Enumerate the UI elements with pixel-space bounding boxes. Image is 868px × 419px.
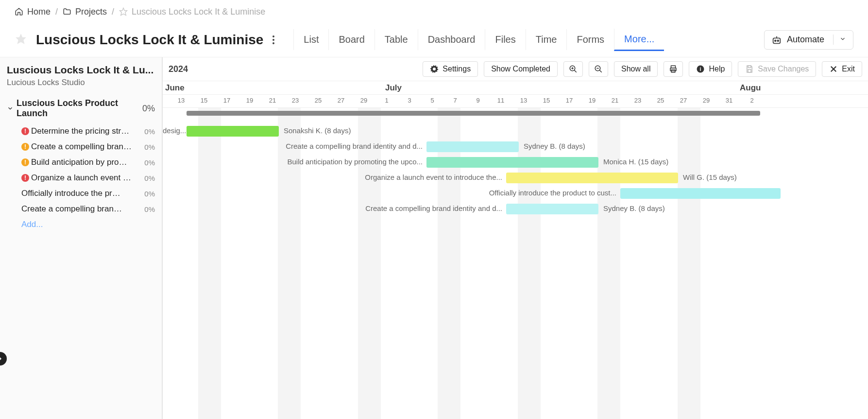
- task-sidebar: Luscious Locks Lock It & Lu... Lucious L…: [0, 57, 163, 419]
- weekend-column: [358, 108, 381, 419]
- gantt-year: 2024: [169, 64, 188, 74]
- task-pct: 0%: [144, 127, 155, 136]
- show-completed-label: Show Completed: [491, 65, 550, 73]
- gantt-task-bar[interactable]: [620, 188, 781, 199]
- gantt-day-label: 25: [315, 97, 322, 104]
- zoom-out-button[interactable]: [589, 61, 608, 77]
- gantt-day-label: 23: [292, 97, 299, 104]
- task-row[interactable]: Officially introduce the product...0%: [7, 186, 155, 201]
- task-label: Determine the pricing strate...: [31, 126, 133, 136]
- gantt-task-bar[interactable]: [426, 157, 598, 168]
- gantt-month-label: June: [165, 83, 185, 93]
- gantt-task-bar[interactable]: [506, 204, 598, 214]
- robot-icon: [771, 35, 782, 45]
- gantt-bar-left-label: Officially introduce the product to cust…: [163, 189, 616, 197]
- gantt-days-row: 1315171921232527291357911131517192123252…: [163, 95, 868, 108]
- save-icon: [745, 65, 754, 73]
- gantt-day-label: 13: [178, 97, 185, 104]
- favorite-star[interactable]: [15, 33, 27, 47]
- gantt-day-label: 15: [201, 97, 207, 104]
- gantt-bar-right-label: Sydney B. (8 days): [603, 204, 665, 212]
- breadcrumb-current: Luscious Locks Lock It & Luminise: [119, 7, 265, 17]
- breadcrumb-home-label: Home: [27, 7, 51, 17]
- gantt-day-label: 1: [385, 97, 388, 104]
- task-row[interactable]: Create a compelling brand iden...0%: [7, 201, 155, 217]
- settings-label: Settings: [443, 65, 471, 73]
- task-row[interactable]: !Create a compelling brand id...0%: [7, 139, 155, 155]
- svg-point-3: [272, 39, 274, 41]
- zoom-in-icon: [569, 65, 578, 73]
- priority-badge: !: [21, 174, 29, 182]
- breadcrumb: Home / Projects / Luscious Locks Lock It…: [0, 0, 868, 23]
- gantt-group-bar[interactable]: [187, 111, 760, 116]
- chevron-right-icon: [0, 355, 3, 362]
- gantt-bar-left-label: Create a compelling brand identity and d…: [163, 204, 502, 212]
- gantt-day-label: 19: [589, 97, 596, 104]
- svg-line-9: [574, 70, 577, 72]
- weekend-column: [518, 108, 541, 419]
- breadcrumb-projects[interactable]: Projects: [63, 7, 107, 17]
- tab-table[interactable]: Table: [374, 29, 418, 50]
- gantt-day-label: 15: [543, 97, 550, 104]
- tab-forms[interactable]: Forms: [566, 29, 614, 50]
- chevron-down-icon: [7, 105, 14, 112]
- task-group-pct: 0%: [142, 104, 155, 114]
- gantt-task-bar[interactable]: [426, 141, 519, 152]
- gantt-bar-right-label: Monica H. (15 days): [603, 157, 668, 166]
- task-group-row[interactable]: Luscious Locks Product Launch 0%: [7, 98, 155, 119]
- tab-files[interactable]: Files: [485, 29, 525, 50]
- gantt-body[interactable]: desig...Sonakshi K. (8 days)Create a com…: [163, 108, 868, 419]
- tab-more[interactable]: More...: [614, 29, 664, 51]
- automate-button[interactable]: Automate: [764, 30, 853, 50]
- gantt-day-label: 17: [223, 97, 230, 104]
- zoom-in-button[interactable]: [563, 61, 583, 77]
- help-button[interactable]: i Help: [689, 61, 732, 77]
- svg-point-2: [272, 35, 274, 37]
- show-all-label: Show all: [621, 65, 650, 73]
- print-icon: [669, 65, 678, 73]
- tab-board[interactable]: Board: [328, 29, 374, 50]
- gantt-bar-left-label: Create a compelling brand identity and d…: [163, 142, 423, 150]
- gantt-bar-right-label: Sonakshi K. (8 days): [284, 126, 351, 135]
- task-pct: 0%: [144, 174, 155, 182]
- page-title: Luscious Locks Lock It & Luminise: [36, 32, 263, 48]
- add-task-button[interactable]: Add...: [7, 217, 155, 232]
- settings-button[interactable]: Settings: [423, 61, 478, 77]
- chevron-down-icon: [839, 35, 846, 42]
- gantt-day-label: 27: [680, 97, 687, 104]
- breadcrumb-home[interactable]: Home: [15, 7, 51, 17]
- weekend-column: [597, 108, 620, 419]
- automate-dropdown[interactable]: [833, 35, 846, 45]
- project-menu-button[interactable]: [268, 33, 279, 47]
- task-row[interactable]: !Build anticipation by promoti...0%: [7, 155, 155, 170]
- gantt-day-label: 11: [497, 97, 504, 104]
- breadcrumb-sep: /: [112, 7, 114, 17]
- gantt-day-label: 23: [634, 97, 641, 104]
- breadcrumb-current-label: Luscious Locks Lock It & Luminise: [132, 7, 265, 17]
- exit-button[interactable]: Exit: [822, 61, 862, 77]
- exit-label: Exit: [842, 65, 855, 73]
- show-all-button[interactable]: Show all: [614, 61, 658, 77]
- weekend-column: [278, 108, 301, 419]
- svg-marker-1: [16, 34, 26, 44]
- main-content: Luscious Locks Lock It & Lu... Lucious L…: [0, 57, 868, 419]
- gantt-toolbar: 2024 Settings Show Completed Show all i: [163, 57, 868, 81]
- gantt-bar-left-label: Build anticipation by promoting the upco…: [163, 157, 423, 166]
- task-row[interactable]: !Organize a launch event to i...0%: [7, 170, 155, 186]
- gantt-day-label: 25: [657, 97, 664, 104]
- svg-rect-5: [773, 38, 781, 43]
- svg-text:i: i: [700, 66, 701, 72]
- weekend-column: [438, 108, 460, 419]
- tab-dashboard[interactable]: Dashboard: [418, 29, 485, 50]
- gantt-day-label: 7: [453, 97, 457, 104]
- gantt-task-bar[interactable]: [506, 173, 678, 183]
- task-pct: 0%: [144, 143, 155, 151]
- tab-time[interactable]: Time: [526, 29, 567, 50]
- task-row[interactable]: !Determine the pricing strate...0%: [7, 123, 155, 139]
- tab-list[interactable]: List: [293, 29, 328, 50]
- gantt-task-bar[interactable]: [187, 126, 279, 137]
- show-completed-button[interactable]: Show Completed: [484, 61, 558, 77]
- save-button[interactable]: Save Changes: [738, 61, 816, 77]
- print-button[interactable]: [664, 61, 683, 77]
- save-label: Save Changes: [758, 65, 809, 73]
